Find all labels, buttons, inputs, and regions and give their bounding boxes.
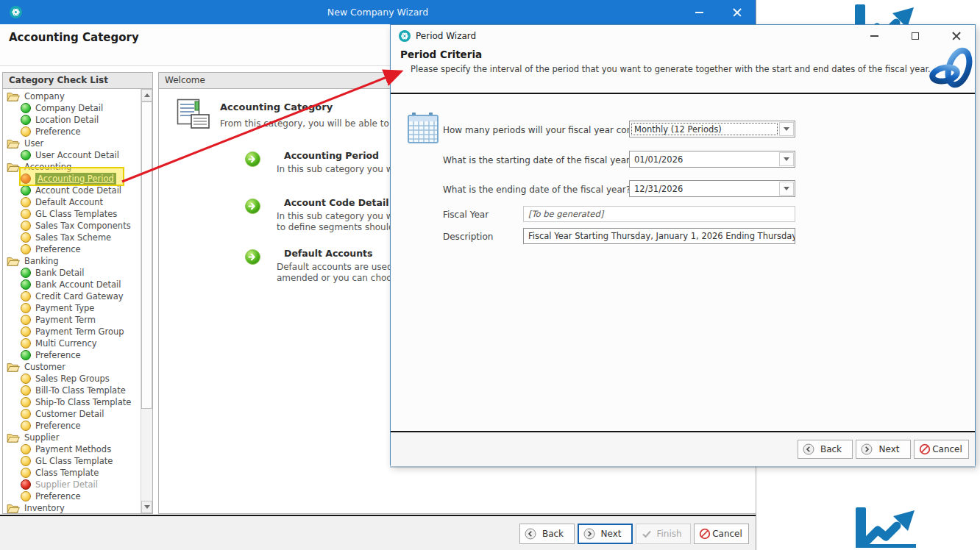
cancel-button[interactable]: Cancel	[914, 440, 969, 459]
end-date-select[interactable]: 12/31/2026	[629, 180, 795, 197]
calendar-icon	[407, 112, 439, 147]
dialog-subheading: Please specify the interval of the perio…	[411, 64, 931, 74]
tree-item-payment-term[interactable]: Payment Term	[3, 314, 141, 326]
tree-item-bank-account-detail[interactable]: Bank Account Detail	[3, 279, 141, 290]
main-titlebar: New Company Wizard	[0, 0, 756, 24]
main-footer: BackNextFinishCancel	[0, 516, 756, 550]
yellow-status-icon	[21, 444, 31, 454]
tree-item-preference[interactable]: Preference	[3, 490, 141, 502]
scrollbar-thumb[interactable]	[141, 101, 152, 409]
scroll-up-icon[interactable]	[141, 89, 152, 101]
next-button[interactable]: Next	[578, 524, 633, 544]
chevron-down-icon[interactable]	[779, 122, 794, 136]
fiscal-year-field: [To be generated]	[523, 206, 795, 222]
tree-item-credit-card-gateway[interactable]: Credit Card Gateway	[3, 290, 141, 302]
start-date-value: 01/01/2026	[631, 152, 778, 166]
category-check-list-panel: Category Check List CompanyCompany Detai…	[2, 72, 153, 514]
start-date-question-label: What is the starting date of the fiscal …	[443, 155, 634, 165]
yellow-status-icon	[21, 209, 31, 219]
period-wizard-dialog: Period Wizard Period Criteria Please spe…	[390, 24, 976, 465]
end-date-question-label: What is the ending date of the fiscal ye…	[443, 185, 631, 195]
chevron-down-icon[interactable]	[779, 182, 794, 196]
folder-icon	[7, 91, 20, 101]
tree-item-label: Multi Currency	[35, 338, 97, 349]
periods-select[interactable]: Monthly (12 Periods)	[629, 121, 795, 138]
description-label: Description	[443, 232, 493, 242]
green-status-icon	[21, 279, 31, 290]
tree-item-sales-tax-components[interactable]: Sales Tax Components	[3, 220, 141, 232]
tree-item-gl-class-template[interactable]: GL Class Template	[3, 455, 141, 467]
tree-item-class-template[interactable]: Class Template	[3, 467, 141, 479]
folder-icon	[7, 256, 20, 266]
chevron-down-icon[interactable]	[779, 152, 794, 166]
yellow-status-icon	[21, 244, 31, 254]
yellow-status-icon	[21, 291, 31, 301]
tree-item-supplier-detail[interactable]: Supplier Detail	[3, 479, 141, 490]
tree-item-preference[interactable]: Preference	[3, 243, 141, 255]
minimize-icon[interactable]	[866, 28, 882, 44]
red-status-icon	[21, 479, 31, 490]
tree-item-preference[interactable]: Preference	[3, 126, 141, 138]
tree-item-banking[interactable]: Banking	[3, 255, 141, 267]
tree-item-user-account-detail[interactable]: User Account Detail	[3, 149, 141, 161]
finish-button[interactable]: Finish	[636, 524, 691, 544]
start-date-select[interactable]: 01/01/2026	[629, 151, 795, 168]
tree-item-preference[interactable]: Preference	[3, 420, 141, 432]
minimize-icon[interactable]	[691, 4, 707, 21]
green-status-icon	[21, 115, 31, 125]
cancel-button[interactable]: Cancel	[694, 524, 749, 544]
tree-item-customer-detail[interactable]: Customer Detail	[3, 408, 141, 420]
yellow-status-icon	[21, 221, 31, 231]
page-title: Accounting Category	[9, 31, 139, 44]
yellow-status-icon	[21, 421, 31, 431]
dialog-heading: Period Criteria	[400, 49, 482, 60]
tree-item-inventory[interactable]: Inventory	[3, 502, 141, 513]
tree-item-account-code-detail[interactable]: Account Code Detail	[3, 185, 141, 196]
tree-item-ship-to-class-template[interactable]: Ship-To Class Template	[3, 396, 141, 408]
tree-item-label: GL Class Templates	[35, 209, 117, 219]
tree-item-label: Credit Card Gateway	[35, 291, 124, 301]
tree-item-multi-currency[interactable]: Multi Currency	[3, 338, 141, 349]
fiscal-year-label: Fiscal Year	[443, 210, 489, 220]
tree-item-sales-rep-groups[interactable]: Sales Rep Groups	[3, 373, 141, 385]
dialog-titlebar: Period Wizard	[391, 25, 975, 47]
tree-item-label: Payment Term Group	[35, 326, 124, 337]
yellow-status-icon	[21, 315, 31, 325]
next-button[interactable]: Next	[856, 440, 911, 459]
maximize-icon[interactable]	[907, 28, 923, 44]
tree-item-label: Account Code Detail	[35, 185, 121, 196]
tree-item-supplier[interactable]: Supplier	[3, 432, 141, 443]
tree-item-payment-term-group[interactable]: Payment Term Group	[3, 326, 141, 338]
scroll-down-icon[interactable]	[141, 501, 152, 513]
chevron-right-circle-icon	[861, 443, 873, 455]
tree-item-bank-detail[interactable]: Bank Detail	[3, 267, 141, 279]
tree-item-gl-class-templates[interactable]: GL Class Templates	[3, 208, 141, 220]
tree-item-label: Location Detail	[35, 115, 99, 125]
close-icon[interactable]	[948, 28, 965, 44]
back-button[interactable]: Back	[798, 440, 853, 459]
tree-item-payment-methods[interactable]: Payment Methods	[3, 443, 141, 455]
tree-item-company-detail[interactable]: Company Detail	[3, 102, 141, 114]
chevron-right-circle-icon	[583, 528, 595, 540]
tree-item-payment-type[interactable]: Payment Type	[3, 302, 141, 314]
back-button[interactable]: Back	[519, 524, 575, 544]
tree-item-label: Bank Account Detail	[35, 279, 121, 290]
green-status-icon	[21, 268, 31, 278]
tree-item-sales-tax-scheme[interactable]: Sales Tax Scheme	[3, 232, 141, 243]
tree-item-preference[interactable]: Preference	[3, 349, 141, 361]
tree-item-label: User Account Detail	[35, 150, 119, 160]
description-field[interactable]: Fiscal Year Starting Thursday, January 1…	[523, 228, 795, 244]
tree-item-customer[interactable]: Customer	[3, 361, 141, 373]
close-icon[interactable]	[729, 4, 745, 21]
dialog-title: Period Wizard	[416, 31, 476, 41]
tree-item-label: Banking	[24, 256, 59, 266]
tree-item-user[interactable]: User	[3, 138, 141, 149]
tree-scrollbar[interactable]	[141, 89, 152, 513]
periods-value: Monthly (12 Periods)	[631, 122, 778, 136]
yellow-status-icon	[21, 397, 31, 407]
green-status-icon	[21, 150, 31, 160]
tree-item-default-account[interactable]: Default Account	[3, 196, 141, 208]
tree-item-location-detail[interactable]: Location Detail	[3, 114, 141, 126]
tree-item-bill-to-class-template[interactable]: Bill-To Class Template	[3, 385, 141, 396]
tree-item-company[interactable]: Company	[3, 90, 141, 102]
